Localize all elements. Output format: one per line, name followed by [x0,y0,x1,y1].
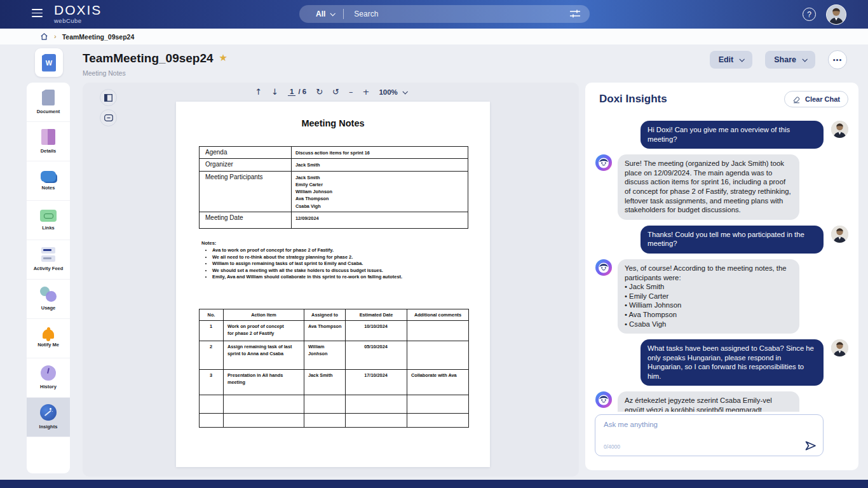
usage-icon [40,287,57,302]
sidebar-item-notify-me[interactable]: Notify Me [27,319,70,358]
zoom-out-button[interactable]: – [349,87,353,97]
meeting-info-table: Agenda Discuss action items for sprint 1… [199,146,468,229]
chat-history[interactable]: Hi Doxi! Can you give me an overview of … [585,116,858,412]
rotate-clockwise-button[interactable]: ↻ [316,87,323,97]
insights-icon [40,404,57,421]
note-bullet: William to assign remaining tasks of las… [212,261,468,268]
hamburger-menu-icon[interactable] [32,9,43,17]
table-row [200,395,469,414]
zoom-level-value: 100% [379,88,397,96]
sidebar-item-insights[interactable]: Insights [27,398,70,437]
left-sidebar: Document Details Notes Links Activity Fe… [27,83,70,473]
meeting-notes-section: Notes: Ava to work on proof of concept f… [201,240,468,281]
sidebar-item-activity-feed[interactable]: Activity Feed [27,240,70,280]
sidebar-item-history[interactable]: History [27,358,70,398]
app-logo: DOXIS webCube [54,3,102,24]
doxi-bot-avatar [595,259,612,276]
viewer-toolbar: ↑ ↓ 1 / 6 ↻ ↺ – + 100% [83,87,579,97]
logo-text: DOXIS [54,3,102,17]
bot-message-bubble: Sure! The meeting (organized by Jack Smi… [618,154,799,220]
activity-feed-icon [41,247,55,262]
share-button[interactable]: Share [765,51,815,69]
chat-message-user: What tasks have been assigned to Csaba? … [595,339,848,386]
sidebar-item-links[interactable]: Links [27,201,70,240]
bottom-bar [0,480,868,488]
eraser-icon [792,95,801,104]
toggle-thumbnails-panel-button[interactable] [100,89,117,106]
edit-button-label: Edit [719,55,734,64]
note-bullet: We all need to re-think about the strate… [212,254,468,261]
breadcrumb-item[interactable]: TeamMeeting_09sep24 [62,33,135,41]
search-filter-icon[interactable] [569,9,581,19]
sidebar-item-usage[interactable]: Usage [27,280,70,319]
page-up-button[interactable]: ↑ [255,87,262,97]
sidebar-item-details[interactable]: Details [27,122,70,161]
user-message-bubble: Thanks! Could you tell me who participat… [641,226,824,254]
chevron-down-icon [330,11,336,16]
links-icon [40,210,57,222]
send-button[interactable] [805,441,816,451]
sidebar-item-notes[interactable]: Notes [27,161,70,201]
notes-heading: Notes: [201,240,468,246]
zoom-in-button[interactable]: + [363,87,370,97]
edit-button[interactable]: Edit [710,51,753,69]
word-document-icon: W [42,54,56,72]
clear-chat-label: Clear Chat [805,95,840,103]
more-options-button[interactable]: ••• [828,50,847,69]
collapse-annotations-button[interactable] [100,109,117,126]
search-scope-value: All [316,10,325,18]
document-title: Meeting Notes [176,118,490,128]
document-subtitle: Meeting Notes [83,69,227,77]
breadcrumb-separator-icon: › [54,33,57,40]
user-message-bubble: What tasks have been assigned to Csaba? … [641,339,824,386]
top-navbar: DOXIS webCube All Search ? [0,0,868,29]
home-icon[interactable] [40,32,48,41]
search-input[interactable]: Search [344,10,569,18]
chat-message-bot: Yes, of course! According to the meeting… [595,259,848,334]
user-avatar [831,226,848,243]
chevron-down-icon [740,57,745,62]
details-icon [41,129,55,145]
file-type-card: W [35,48,63,77]
global-search-bar[interactable]: All Search [299,5,590,23]
bot-message-bubble: Az értekezlet jegyzete szerint Csaba Emi… [618,391,799,412]
doxi-bot-avatar [595,154,612,171]
note-bullet: We should set a meeting with all the sta… [212,268,468,274]
chat-message-bot: Az értekezlet jegyzete szerint Csaba Emi… [595,391,848,412]
favorite-star-icon[interactable]: ★ [219,52,227,63]
search-scope-dropdown[interactable]: All [299,10,343,18]
doxi-insights-panel: Doxi Insights Clear Chat Hi Doxi! Can yo… [585,83,858,470]
chat-input-placeholder: Ask me anything [604,421,658,428]
help-button[interactable]: ? [803,8,816,21]
sidebar-item-document[interactable]: Document [27,83,70,122]
zoom-level-dropdown[interactable]: 100% [379,88,406,96]
table-row [200,414,469,428]
chat-message-user: Thanks! Could you tell me who participat… [595,226,848,254]
chat-message-bot: Sure! The meeting (organized by Jack Smi… [595,154,848,220]
page-down-button[interactable]: ↓ [271,87,278,97]
page-number-input[interactable]: 1 [288,88,295,96]
bot-message-bubble: Yes, of course! According to the meeting… [618,259,799,334]
chevron-down-icon [802,57,807,62]
notify-me-bell-icon [43,329,54,339]
table-row: Meeting Participants Jack Smith Emily Ca… [200,171,468,212]
user-avatar[interactable] [826,4,846,25]
clear-chat-button[interactable]: Clear Chat [784,91,848,107]
character-counter: 0/4000 [604,444,620,450]
page-title: TeamMeeting_09sep24 [83,51,214,65]
table-row: Organizer Jack Smith [200,159,468,171]
breadcrumb: › TeamMeeting_09sep24 [0,29,868,44]
table-row: 1 Work on proof of concept for phase 2 o… [200,321,469,341]
share-button-label: Share [774,55,796,64]
user-avatar [831,339,848,356]
rotate-counterclockwise-button[interactable]: ↺ [332,87,339,97]
action-items-table: No. Action Item Assigned to Estimated Da… [199,309,469,428]
document-page: Meeting Notes Agenda Discuss action item… [176,102,490,467]
logo-subtext: webCube [54,17,102,24]
table-header-row: No. Action Item Assigned to Estimated Da… [200,309,469,321]
chat-input-box[interactable]: Ask me anything 0/4000 [595,414,824,456]
note-bullet: Ava to work on proof of concept for phas… [212,247,468,254]
table-row: Agenda Discuss action items for sprint 1… [200,147,468,159]
notes-icon [41,171,56,182]
send-icon [805,441,816,451]
